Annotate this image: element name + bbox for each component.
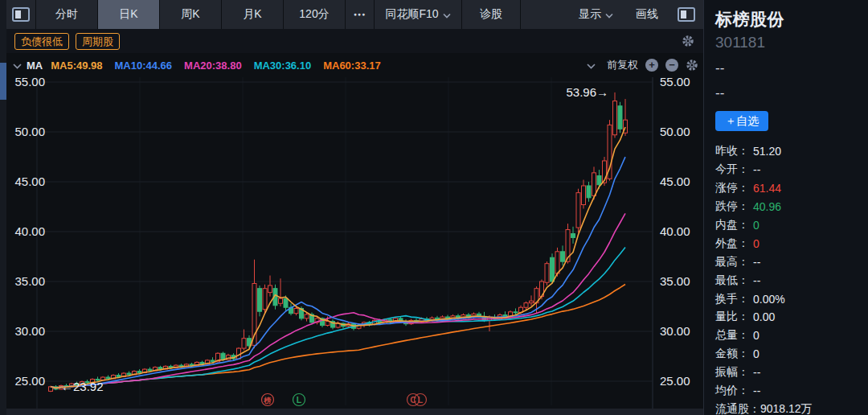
draw-line-button[interactable]: 画线 xyxy=(624,0,669,29)
low-price-annotation: ←23.92 xyxy=(61,380,104,393)
ma60-value-label: MA60:33.17 xyxy=(323,60,381,72)
stock-code: 301181 xyxy=(715,34,862,51)
candlestick-chart[interactable]: 55.0055.0050.0050.0045.0045.0040.0040.00… xyxy=(0,77,703,409)
price-change: -- xyxy=(715,85,862,101)
more-icon: ●●● xyxy=(354,11,366,17)
stat-volume-ratio: 量比：0.00 xyxy=(715,308,862,327)
current-price: -- xyxy=(715,60,862,76)
stat-low-label: 最低： xyxy=(715,273,753,288)
stat-volume-ratio-value: 0.00 xyxy=(753,310,775,323)
ma-group-label[interactable]: MA xyxy=(27,60,43,72)
tab-week-k[interactable]: 周K xyxy=(160,0,222,29)
chevron-down-icon xyxy=(605,8,613,21)
stat-avg-price-label: 均价： xyxy=(715,384,753,398)
diagnose-button[interactable]: 诊股 xyxy=(462,0,521,29)
ma5-value-label: MA5:49.98 xyxy=(51,60,102,72)
stat-amplitude: 振幅：-- xyxy=(715,364,862,382)
ma10-line xyxy=(51,157,625,388)
stat-avg-price: 均价：-- xyxy=(715,382,862,401)
event-marker[interactable]: L xyxy=(297,395,302,405)
stat-limit-up-label: 涨停： xyxy=(715,181,753,195)
add-watchlist-button[interactable]: ＋自选 xyxy=(715,111,768,131)
quote-stats-list: 昨收：51.20今开：--涨停：61.44跌停：40.96内盘：0外盘：0最高：… xyxy=(715,142,862,415)
event-marker[interactable]: L xyxy=(418,395,424,405)
chart-settings-button[interactable] xyxy=(686,59,698,74)
period-toolbar: 分时日K周K月K120分 ●●● 同花顺F10 诊股 显示 画线 xyxy=(6,0,703,29)
sidebar-scroll-indicator xyxy=(0,63,6,100)
tab-120-min[interactable]: 120分 xyxy=(284,0,346,29)
ma-values: MA5:49.98MA10:44.66MA20:38.80MA30:36.10M… xyxy=(51,60,393,72)
tag-low-debt[interactable]: 负债很低 xyxy=(14,33,69,50)
tab-day-k[interactable]: 日K xyxy=(98,0,160,29)
diagnose-label: 诊股 xyxy=(480,7,502,22)
f10-label: 同花顺F10 xyxy=(385,7,438,22)
y-axis-tick-left: 45.00 xyxy=(14,175,45,188)
panel-toggle-icon xyxy=(678,7,695,22)
stat-limit-down: 跌停：40.96 xyxy=(715,198,862,216)
stat-inner-volume: 内盘：0 xyxy=(715,216,862,235)
tab-month-k[interactable]: 月K xyxy=(222,0,284,29)
zoom-in-button[interactable]: + xyxy=(645,59,658,72)
y-axis-tick-right: 35.00 xyxy=(660,274,690,288)
layout-toggle-button[interactable] xyxy=(6,0,36,29)
stat-total-volume-value: 0 xyxy=(753,329,760,342)
display-label: 显示 xyxy=(579,7,601,22)
right-panel-toggle-button[interactable] xyxy=(669,0,703,29)
ma-indicator-bar: MA MA5:49.98MA10:44.66MA20:38.80MA30:36.… xyxy=(6,53,703,77)
stat-limit-down-label: 跌停： xyxy=(715,199,753,214)
y-axis-tick-right: 55.00 xyxy=(660,77,690,88)
ma20-line xyxy=(51,213,625,388)
stat-high-label: 最高： xyxy=(715,255,753,269)
tag-cyclical-stock[interactable]: 周期股 xyxy=(76,33,120,50)
gear-icon xyxy=(682,35,694,47)
stat-low: 最低：-- xyxy=(715,271,862,290)
stat-open-value: -- xyxy=(753,163,760,176)
ma10-value-label: MA10:44.66 xyxy=(115,60,173,72)
more-periods-button[interactable]: ●●● xyxy=(346,0,375,29)
stat-limit-down-value: 40.96 xyxy=(753,200,781,213)
zoom-out-button[interactable]: − xyxy=(665,59,678,72)
f10-menu-button[interactable]: 同花顺F10 xyxy=(375,0,462,29)
stat-outer-volume: 外盘：0 xyxy=(715,234,862,253)
chevron-down-icon[interactable] xyxy=(587,60,596,72)
y-axis-tick-left: 35.00 xyxy=(14,274,45,288)
y-axis-tick-left: 25.00 xyxy=(14,374,45,388)
y-axis-tick-right: 50.00 xyxy=(660,125,690,138)
adjust-mode-label[interactable]: 前复权 xyxy=(607,58,638,72)
stat-amount-value: 0 xyxy=(753,347,760,360)
left-collapsed-sidebar[interactable] xyxy=(0,0,6,415)
y-axis-tick-left: 50.00 xyxy=(14,125,45,138)
period-tabs: 分时日K周K月K120分 xyxy=(36,0,346,29)
stock-app-window: 分时日K周K月K120分 ●●● 同花顺F10 诊股 显示 画线 负债很低 周期… xyxy=(0,0,868,415)
stat-amplitude-label: 振幅： xyxy=(715,365,753,380)
ma5-line xyxy=(51,127,625,388)
stat-low-value: -- xyxy=(753,274,760,287)
stat-prev-close-label: 昨收： xyxy=(715,144,753,158)
tag-settings-button[interactable] xyxy=(682,35,694,51)
y-axis-tick-right: 25.00 xyxy=(660,374,690,388)
stat-limit-up-value: 61.44 xyxy=(753,182,781,195)
stock-tag-row: 负债很低 周期股 xyxy=(6,29,703,53)
toolbar-spacer xyxy=(521,0,567,29)
quote-side-panel: 标榜股份 301181 -- -- ＋自选 昨收：51.20今开：--涨停：61… xyxy=(703,0,868,415)
gear-icon xyxy=(686,59,698,72)
event-marker[interactable]: 榜 xyxy=(264,397,272,405)
y-axis-tick-left: 55.00 xyxy=(14,77,45,88)
y-axis-tick-right: 45.00 xyxy=(660,175,690,188)
bottom-pane-divider[interactable] xyxy=(0,409,703,415)
stat-total-volume: 总量：0 xyxy=(715,327,862,345)
stat-amount: 金额：0 xyxy=(715,345,862,364)
stat-float-shares: 流通股：9018.12万 xyxy=(715,400,862,415)
tab-time-share[interactable]: 分时 xyxy=(36,0,98,29)
high-price-annotation: 53.96→ xyxy=(566,85,608,99)
stat-turnover-label: 换手： xyxy=(715,292,753,306)
stat-amplitude-value: -- xyxy=(753,366,760,379)
stat-open: 今开：-- xyxy=(715,161,862,179)
stat-turnover: 换手：0.00% xyxy=(715,290,862,308)
y-axis-tick-left: 40.00 xyxy=(14,224,45,238)
y-axis-tick-right: 40.00 xyxy=(660,224,690,238)
chevron-down-icon[interactable] xyxy=(13,60,22,72)
display-menu-button[interactable]: 显示 xyxy=(567,0,624,29)
layout-toggle-icon xyxy=(12,7,30,22)
stat-outer-volume-value: 0 xyxy=(753,237,760,250)
